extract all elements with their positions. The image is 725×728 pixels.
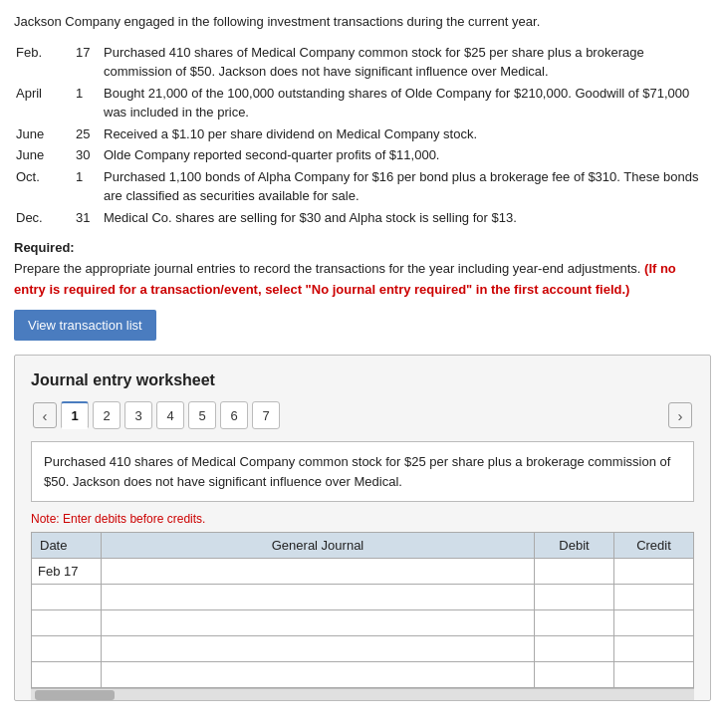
trans-day-3: 25 [74,123,102,145]
transaction-list: Feb. 17 Purchased 410 shares of Medical … [14,42,711,229]
credit-input-5[interactable] [614,662,693,687]
transaction-description: Purchased 410 shares of Medical Company … [31,441,694,502]
note-text: Note: Enter debits before credits. [31,512,694,526]
transaction-row: June 30 Olde Company reported second-qua… [14,144,711,166]
gj-input-3[interactable] [102,610,534,635]
trans-text-2: Bought 21,000 of the 100,000 outstanding… [102,83,711,123]
gj-cell-2[interactable] [102,585,535,610]
date-cell-2 [32,585,102,610]
credit-input-2[interactable] [614,585,693,609]
tab-5[interactable]: 5 [188,401,216,429]
date-cell-1: Feb 17 [32,559,102,585]
scrollbar-thumb[interactable] [35,690,115,700]
date-cell-5 [32,662,102,688]
worksheet-title: Journal entry worksheet [31,371,694,389]
tab-6[interactable]: 6 [220,401,248,429]
transaction-row: Dec. 31 Medical Co. shares are selling f… [14,207,711,229]
debit-input-2[interactable] [535,585,613,609]
gj-cell-3[interactable] [102,610,535,636]
trans-text-3: Received a $1.10 per share dividend on M… [102,123,711,145]
journal-row-1: Feb 17 [32,559,694,585]
trans-day-5: 1 [74,166,102,207]
tab-2[interactable]: 2 [93,401,121,429]
col-header-debit: Debit [535,533,614,559]
intro-opening: Jackson Company engaged in the following… [14,12,711,32]
debit-cell-4[interactable] [535,636,614,662]
opening-sentence: Jackson Company engaged in the following… [14,14,540,29]
debit-input-4[interactable] [535,636,613,661]
journal-entry-worksheet: Journal entry worksheet ‹ 1 2 3 4 5 6 7 … [14,355,711,701]
gj-input-4[interactable] [102,636,534,661]
tab-navigation: ‹ 1 2 3 4 5 6 7 › [31,401,694,429]
tab-prev-button[interactable]: ‹ [33,402,57,428]
gj-input-2[interactable] [102,585,534,609]
required-instruction: Prepare the appropriate journal entries … [14,261,640,276]
credit-cell-5[interactable] [614,662,694,688]
gj-cell-4[interactable] [102,636,535,662]
date-cell-3 [32,610,102,636]
credit-input-4[interactable] [614,636,693,661]
trans-day-4: 30 [74,144,102,166]
view-transaction-list-button[interactable]: View transaction list [14,310,156,341]
gj-input-1[interactable] [102,559,534,584]
trans-month-6: Dec. [14,207,74,229]
credit-cell-3[interactable] [614,610,694,636]
journal-row-2 [32,585,694,610]
trans-day-2: 1 [74,83,102,123]
required-section: Required: Prepare the appropriate journa… [14,238,711,300]
transaction-row: June 25 Received a $1.10 per share divid… [14,123,711,145]
trans-day-1: 17 [74,42,102,83]
table-header-row: Date General Journal Debit Credit [32,533,694,559]
horizontal-scrollbar[interactable] [31,688,694,700]
tab-7[interactable]: 7 [252,401,280,429]
credit-cell-2[interactable] [614,585,694,610]
debit-cell-3[interactable] [535,610,614,636]
col-header-general-journal: General Journal [102,533,535,559]
debit-input-1[interactable] [535,559,613,584]
gj-input-5[interactable] [102,662,534,687]
credit-cell-4[interactable] [614,636,694,662]
credit-input-3[interactable] [614,610,693,635]
journal-row-4 [32,636,694,662]
tab-3[interactable]: 3 [124,401,152,429]
gj-cell-5[interactable] [102,662,535,688]
debit-input-3[interactable] [535,610,613,635]
debit-cell-1[interactable] [535,559,614,585]
trans-day-6: 31 [74,207,102,229]
debit-cell-5[interactable] [535,662,614,688]
gj-cell-1[interactable] [102,559,535,585]
col-header-date: Date [32,533,102,559]
journal-row-5 [32,662,694,688]
debit-cell-2[interactable] [535,585,614,610]
transaction-row: Feb. 17 Purchased 410 shares of Medical … [14,42,711,83]
transaction-row: Oct. 1 Purchased 1,100 bonds of Alpha Co… [14,166,711,207]
credit-cell-1[interactable] [614,559,694,585]
date-cell-4 [32,636,102,662]
trans-month-4: June [14,144,74,166]
required-label: Required: [14,240,75,255]
tab-1[interactable]: 1 [61,401,89,429]
debit-input-5[interactable] [535,662,613,687]
trans-text-1: Purchased 410 shares of Medical Company … [102,42,711,83]
tab-next-button[interactable]: › [668,402,692,428]
col-header-credit: Credit [614,533,694,559]
trans-month-2: April [14,83,74,123]
trans-text-6: Medical Co. shares are selling for $30 a… [102,207,711,229]
credit-input-1[interactable] [614,559,693,584]
trans-text-5: Purchased 1,100 bonds of Alpha Company f… [102,166,711,207]
trans-text-4: Olde Company reported second-quarter pro… [102,144,711,166]
tab-4[interactable]: 4 [156,401,184,429]
trans-month-1: Feb. [14,42,74,83]
journal-row-3 [32,610,694,636]
transaction-row: April 1 Bought 21,000 of the 100,000 out… [14,83,711,123]
trans-month-5: Oct. [14,166,74,207]
journal-table: Date General Journal Debit Credit Feb 17 [31,532,694,688]
trans-month-3: June [14,123,74,145]
